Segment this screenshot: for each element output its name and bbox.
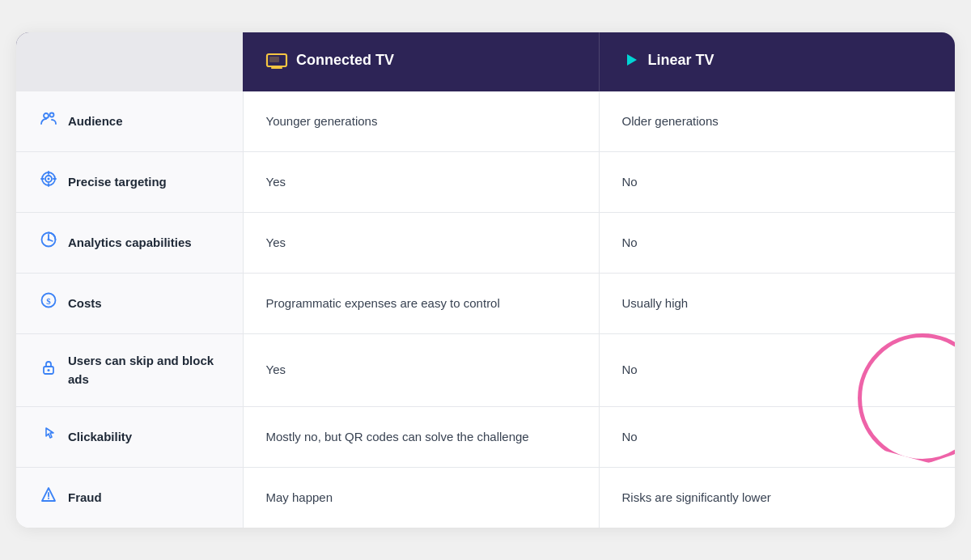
row-label-skip-block: Users can skip and block ads — [16, 334, 243, 407]
ctv-label: Connected TV — [296, 52, 394, 69]
table-row: Audience Younger generationsOlder genera… — [16, 91, 955, 152]
svg-rect-3 — [269, 57, 279, 62]
row-ctv-precise-targeting: Yes — [243, 152, 599, 213]
costs-icon: $ — [39, 291, 58, 316]
table-header-row: Connected TV Linear TV — [16, 32, 955, 91]
svg-point-5 — [44, 113, 49, 118]
table-row: Clickability Mostly no, but QR codes can… — [16, 407, 955, 468]
svg-point-21 — [48, 369, 50, 371]
svg-point-9 — [48, 178, 50, 180]
row-label-container: Clickability — [39, 425, 220, 449]
comparison-card: Connected TV Linear TV Audience — [16, 32, 955, 528]
row-label-analytics: Analytics capabilities — [16, 213, 243, 274]
connected-tv-icon — [265, 49, 288, 71]
skip-block-icon — [39, 358, 58, 383]
clickability-icon — [39, 425, 58, 449]
row-label-container: Precise targeting — [39, 170, 220, 194]
table-row: Users can skip and block ads YesNo — [16, 334, 955, 407]
row-ltv-clickability: No — [599, 407, 955, 468]
precise-targeting-icon — [39, 170, 58, 194]
row-ltv-precise-targeting: No — [599, 152, 955, 213]
svg-point-6 — [50, 113, 54, 117]
row-ctv-audience: Younger generations — [243, 91, 599, 152]
row-label-container: Analytics capabilities — [39, 231, 220, 255]
row-ctv-clickability: Mostly no, but QR codes can solve the ch… — [243, 407, 599, 468]
ctv-header-label: Connected TV — [265, 49, 394, 71]
svg-marker-4 — [627, 54, 637, 66]
analytics-icon — [39, 231, 58, 255]
svg-point-17 — [48, 239, 50, 241]
row-label-clickability: Clickability — [16, 407, 243, 468]
comparison-table: Connected TV Linear TV Audience — [16, 32, 955, 528]
row-ltv-fraud: Risks are significantly lower — [599, 468, 955, 528]
table-row: Precise targeting YesNo — [16, 152, 955, 213]
row-label-text: Costs — [68, 295, 102, 313]
row-label-text: Clickability — [68, 428, 132, 447]
linear-tv-icon — [622, 51, 640, 69]
header-ltv: Linear TV — [599, 32, 955, 91]
svg-point-23 — [48, 498, 49, 499]
row-label-text: Fraud — [68, 489, 102, 507]
row-label-text: Analytics capabilities — [68, 234, 192, 252]
row-ctv-costs: Programmatic expenses are easy to contro… — [243, 274, 599, 334]
row-label-text: Audience — [68, 112, 123, 131]
table-body: Audience Younger generationsOlder genera… — [16, 91, 955, 528]
row-label-text: Users can skip and block ads — [68, 352, 220, 388]
svg-text:$: $ — [46, 296, 51, 306]
row-ltv-skip-block: No — [599, 334, 955, 407]
row-label-costs: $ Costs — [16, 274, 243, 334]
row-ltv-audience: Older generations — [599, 91, 955, 152]
header-col1 — [16, 32, 243, 91]
row-label-text: Precise targeting — [68, 173, 167, 192]
row-ltv-costs: Usually high — [599, 274, 955, 334]
table-row: Analytics capabilities YesNo — [16, 213, 955, 274]
header-ctv: Connected TV — [243, 32, 599, 91]
fraud-icon — [39, 486, 58, 510]
ltv-header-label: Linear TV — [622, 51, 714, 69]
row-ctv-fraud: May happen — [243, 468, 599, 528]
audience-icon — [39, 109, 58, 134]
row-ctv-analytics: Yes — [243, 213, 599, 274]
row-label-container: $ Costs — [39, 291, 220, 316]
row-label-container: Users can skip and block ads — [39, 352, 220, 388]
row-label-precise-targeting: Precise targeting — [16, 152, 243, 213]
ltv-label: Linear TV — [648, 52, 714, 69]
table-row: Fraud May happenRisks are significantly … — [16, 468, 955, 528]
row-label-audience: Audience — [16, 91, 243, 152]
row-ltv-analytics: No — [599, 213, 955, 274]
table-row: $ Costs Programmatic expenses are easy t… — [16, 274, 955, 334]
row-label-container: Audience — [39, 109, 220, 134]
row-label-fraud: Fraud — [16, 468, 243, 528]
row-label-container: Fraud — [39, 486, 220, 510]
row-ctv-skip-block: Yes — [243, 334, 599, 407]
